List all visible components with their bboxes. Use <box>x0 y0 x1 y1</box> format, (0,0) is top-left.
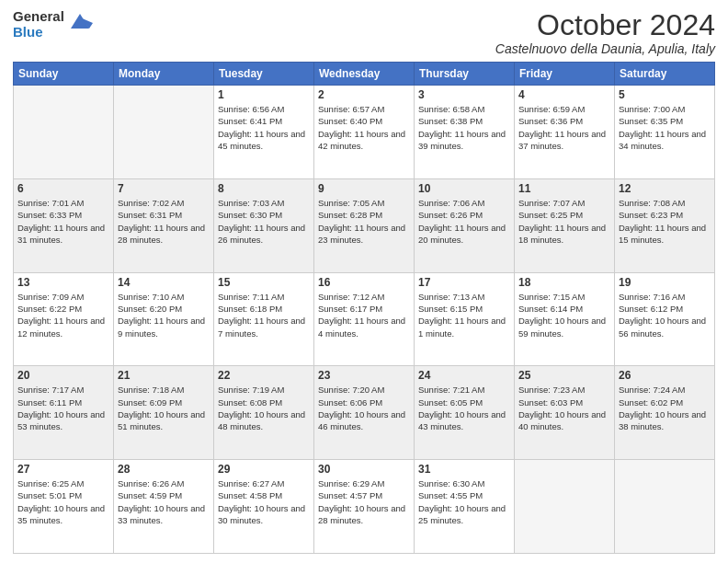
day-info: Sunrise: 7:24 AM Sunset: 6:02 PM Dayligh… <box>619 384 711 432</box>
day-info: Sunrise: 7:08 AM Sunset: 6:23 PM Dayligh… <box>619 197 711 246</box>
col-monday: Monday <box>114 63 214 86</box>
day-info: Sunrise: 6:29 AM Sunset: 4:57 PM Dayligh… <box>318 477 410 526</box>
day-info: Sunrise: 7:18 AM Sunset: 6:09 PM Dayligh… <box>118 384 210 432</box>
day-info: Sunrise: 7:07 AM Sunset: 6:25 PM Dayligh… <box>518 197 610 246</box>
table-row: 31Sunrise: 6:30 AM Sunset: 4:55 PM Dayli… <box>415 460 515 554</box>
table-row: 11Sunrise: 7:07 AM Sunset: 6:25 PM Dayli… <box>515 178 615 272</box>
table-row: 19Sunrise: 7:16 AM Sunset: 6:12 PM Dayli… <box>615 272 715 366</box>
table-row: 28Sunrise: 6:26 AM Sunset: 4:59 PM Dayli… <box>114 460 214 554</box>
day-info: Sunrise: 7:03 AM Sunset: 6:30 PM Dayligh… <box>218 197 310 246</box>
table-row: 8Sunrise: 7:03 AM Sunset: 6:30 PM Daylig… <box>214 178 314 272</box>
calendar-week-row: 27Sunrise: 6:25 AM Sunset: 5:01 PM Dayli… <box>14 460 715 554</box>
day-info: Sunrise: 6:56 AM Sunset: 6:41 PM Dayligh… <box>218 103 310 152</box>
calendar-week-row: 20Sunrise: 7:17 AM Sunset: 6:11 PM Dayli… <box>14 366 715 460</box>
table-row: 7Sunrise: 7:02 AM Sunset: 6:31 PM Daylig… <box>114 178 214 272</box>
table-row: 26Sunrise: 7:24 AM Sunset: 6:02 PM Dayli… <box>615 366 715 460</box>
day-number: 20 <box>17 369 109 382</box>
table-row: 2Sunrise: 6:57 AM Sunset: 6:40 PM Daylig… <box>314 86 415 179</box>
day-number: 1 <box>218 88 310 101</box>
table-row: 9Sunrise: 7:05 AM Sunset: 6:28 PM Daylig… <box>314 178 415 272</box>
col-saturday: Saturday <box>615 63 715 86</box>
table-row <box>615 460 715 554</box>
day-info: Sunrise: 7:19 AM Sunset: 6:08 PM Dayligh… <box>218 384 310 432</box>
day-number: 2 <box>318 88 410 101</box>
table-row: 14Sunrise: 7:10 AM Sunset: 6:20 PM Dayli… <box>114 272 214 366</box>
logo-text: General Blue <box>13 9 64 40</box>
day-info: Sunrise: 7:17 AM Sunset: 6:11 PM Dayligh… <box>17 384 109 432</box>
day-number: 11 <box>518 182 610 195</box>
table-row: 21Sunrise: 7:18 AM Sunset: 6:09 PM Dayli… <box>114 366 214 460</box>
table-row: 12Sunrise: 7:08 AM Sunset: 6:23 PM Dayli… <box>615 178 715 272</box>
table-row: 20Sunrise: 7:17 AM Sunset: 6:11 PM Dayli… <box>14 366 114 460</box>
table-row: 25Sunrise: 7:23 AM Sunset: 6:03 PM Dayli… <box>515 366 615 460</box>
calendar-header-row: Sunday Monday Tuesday Wednesday Thursday… <box>14 63 715 86</box>
day-info: Sunrise: 7:01 AM Sunset: 6:33 PM Dayligh… <box>17 197 109 246</box>
table-row: 5Sunrise: 7:00 AM Sunset: 6:35 PM Daylig… <box>615 86 715 179</box>
day-info: Sunrise: 7:11 AM Sunset: 6:18 PM Dayligh… <box>218 291 310 339</box>
day-info: Sunrise: 7:05 AM Sunset: 6:28 PM Dayligh… <box>318 197 410 246</box>
day-number: 4 <box>518 88 610 101</box>
table-row: 10Sunrise: 7:06 AM Sunset: 6:26 PM Dayli… <box>415 178 515 272</box>
day-number: 3 <box>418 88 510 101</box>
col-sunday: Sunday <box>14 63 114 86</box>
day-info: Sunrise: 7:13 AM Sunset: 6:15 PM Dayligh… <box>418 291 510 339</box>
day-number: 14 <box>118 276 210 289</box>
col-wednesday: Wednesday <box>314 63 415 86</box>
day-info: Sunrise: 7:15 AM Sunset: 6:14 PM Dayligh… <box>518 291 610 339</box>
day-number: 24 <box>418 369 510 382</box>
table-row: 30Sunrise: 6:29 AM Sunset: 4:57 PM Dayli… <box>314 460 415 554</box>
day-number: 7 <box>118 182 210 195</box>
table-row: 6Sunrise: 7:01 AM Sunset: 6:33 PM Daylig… <box>14 178 114 272</box>
day-info: Sunrise: 7:16 AM Sunset: 6:12 PM Dayligh… <box>619 291 711 339</box>
day-number: 18 <box>518 276 610 289</box>
day-number: 15 <box>218 276 310 289</box>
day-info: Sunrise: 6:59 AM Sunset: 6:36 PM Dayligh… <box>518 103 610 152</box>
header-right: October 2024 Castelnuovo della Daunia, A… <box>495 9 715 56</box>
location: Castelnuovo della Daunia, Apulia, Italy <box>495 41 715 56</box>
table-row: 24Sunrise: 7:21 AM Sunset: 6:05 PM Dayli… <box>415 366 515 460</box>
day-info: Sunrise: 7:00 AM Sunset: 6:35 PM Dayligh… <box>619 103 711 152</box>
day-info: Sunrise: 6:27 AM Sunset: 4:58 PM Dayligh… <box>218 477 310 526</box>
table-row: 18Sunrise: 7:15 AM Sunset: 6:14 PM Dayli… <box>515 272 615 366</box>
day-number: 6 <box>17 182 109 195</box>
day-number: 9 <box>318 182 410 195</box>
calendar-week-row: 13Sunrise: 7:09 AM Sunset: 6:22 PM Dayli… <box>14 272 715 366</box>
day-number: 10 <box>418 182 510 195</box>
table-row: 29Sunrise: 6:27 AM Sunset: 4:58 PM Dayli… <box>214 460 314 554</box>
calendar-week-row: 1Sunrise: 6:56 AM Sunset: 6:41 PM Daylig… <box>14 86 715 179</box>
header: General Blue October 2024 Castelnuovo de… <box>13 9 715 56</box>
day-info: Sunrise: 6:26 AM Sunset: 4:59 PM Dayligh… <box>118 477 210 526</box>
day-info: Sunrise: 7:12 AM Sunset: 6:17 PM Dayligh… <box>318 291 410 339</box>
table-row: 22Sunrise: 7:19 AM Sunset: 6:08 PM Dayli… <box>214 366 314 460</box>
day-number: 12 <box>619 182 711 195</box>
col-friday: Friday <box>515 63 615 86</box>
calendar-table: Sunday Monday Tuesday Wednesday Thursday… <box>13 62 715 554</box>
logo: General Blue <box>13 9 93 40</box>
day-number: 8 <box>218 182 310 195</box>
day-number: 13 <box>17 276 109 289</box>
day-number: 21 <box>118 369 210 382</box>
page: General Blue October 2024 Castelnuovo de… <box>0 0 728 563</box>
day-number: 26 <box>619 369 711 382</box>
table-row: 16Sunrise: 7:12 AM Sunset: 6:17 PM Dayli… <box>314 272 415 366</box>
day-number: 5 <box>619 88 711 101</box>
day-info: Sunrise: 6:58 AM Sunset: 6:38 PM Dayligh… <box>418 103 510 152</box>
table-row <box>14 86 114 179</box>
day-number: 25 <box>518 369 610 382</box>
col-tuesday: Tuesday <box>214 63 314 86</box>
calendar-week-row: 6Sunrise: 7:01 AM Sunset: 6:33 PM Daylig… <box>14 178 715 272</box>
day-info: Sunrise: 7:21 AM Sunset: 6:05 PM Dayligh… <box>418 384 510 432</box>
table-row: 1Sunrise: 6:56 AM Sunset: 6:41 PM Daylig… <box>214 86 314 179</box>
table-row: 3Sunrise: 6:58 AM Sunset: 6:38 PM Daylig… <box>415 86 515 179</box>
day-info: Sunrise: 7:02 AM Sunset: 6:31 PM Dayligh… <box>118 197 210 246</box>
logo-icon <box>67 8 93 34</box>
day-number: 29 <box>218 463 310 476</box>
day-number: 31 <box>418 463 510 476</box>
table-row: 17Sunrise: 7:13 AM Sunset: 6:15 PM Dayli… <box>415 272 515 366</box>
table-row <box>515 460 615 554</box>
table-row: 15Sunrise: 7:11 AM Sunset: 6:18 PM Dayli… <box>214 272 314 366</box>
table-row: 23Sunrise: 7:20 AM Sunset: 6:06 PM Dayli… <box>314 366 415 460</box>
table-row: 27Sunrise: 6:25 AM Sunset: 5:01 PM Dayli… <box>14 460 114 554</box>
day-number: 30 <box>318 463 410 476</box>
table-row: 13Sunrise: 7:09 AM Sunset: 6:22 PM Dayli… <box>14 272 114 366</box>
